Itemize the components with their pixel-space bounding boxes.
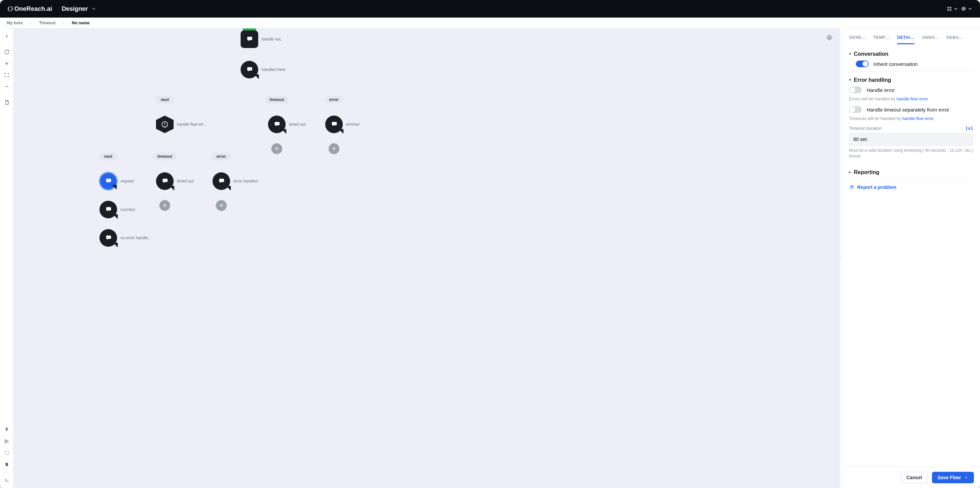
tab-general[interactable]: GENE… — [849, 35, 865, 44]
handle-error-toggle[interactable] — [849, 87, 862, 93]
flow-node[interactable]: no error handle... — [100, 229, 151, 247]
chat-icon — [246, 35, 253, 43]
tab-debug[interactable]: DEBU… — [947, 35, 963, 44]
scissors-icon — [4, 439, 10, 444]
selection-button[interactable] — [2, 448, 12, 458]
selection-icon — [4, 450, 10, 456]
caret-down-icon — [964, 475, 968, 480]
terminal-icon — [4, 477, 10, 483]
node-label: timed out — [177, 179, 194, 184]
expression-toggle[interactable]: {x} — [966, 126, 973, 131]
crumb-mid[interactable]: Timeout — [39, 21, 55, 25]
handle-timeout-toggle[interactable] — [849, 106, 862, 113]
report-problem-link[interactable]: Report a problem — [849, 185, 973, 190]
titlebar: OOneReach.ai Designer — [0, 0, 980, 17]
add-node-button[interactable]: + — [271, 143, 282, 154]
add-node-button[interactable]: + — [216, 200, 227, 211]
flow-node[interactable]: errored — [325, 116, 360, 133]
chat-icon — [161, 177, 169, 185]
svg-rect-1 — [950, 7, 951, 8]
apps-grid-button[interactable] — [947, 3, 958, 14]
node-label: no error handle... — [121, 236, 151, 240]
cancel-button[interactable]: Cancel — [901, 472, 928, 483]
alert-icon — [161, 120, 169, 128]
flow-node[interactable]: handled here — [240, 61, 285, 78]
handle-timeout-label: Handle timeout separately from error — [867, 107, 949, 112]
add-node-button[interactable] — [2, 59, 12, 69]
tab-template[interactable]: TEMP… — [873, 35, 890, 44]
app-switcher[interactable]: Designer — [62, 5, 96, 13]
section-conversation[interactable]: ▾ Conversation — [849, 51, 973, 57]
inherit-conversation-toggle[interactable] — [856, 60, 869, 67]
add-node-button[interactable]: + — [159, 200, 170, 211]
flow-node[interactable]: handle flow err... — [156, 116, 207, 133]
tab-details[interactable]: DETAI… — [897, 35, 914, 44]
svg-point-5 — [963, 8, 964, 9]
branch-chip[interactable]: error — [212, 153, 231, 160]
expand-icon — [4, 72, 10, 78]
branch-chip[interactable]: timeout — [265, 96, 289, 103]
trash-button[interactable] — [2, 459, 12, 469]
refresh-icon — [4, 49, 10, 55]
node-label: timed out — [289, 122, 305, 127]
node-label: request — [121, 179, 134, 184]
chevron-down-icon: ▾ — [849, 78, 851, 82]
expand-rail-button[interactable] — [2, 31, 12, 41]
node-label: errored — [346, 122, 360, 127]
svg-rect-3 — [950, 9, 951, 11]
minus-icon — [4, 84, 10, 89]
fit-screen-button[interactable] — [2, 70, 12, 80]
chat-icon — [105, 177, 112, 185]
pin-button[interactable] — [2, 425, 12, 435]
cut-button[interactable] — [2, 436, 12, 447]
chat-icon — [330, 120, 338, 128]
zoom-out-button[interactable] — [2, 81, 12, 92]
branch-chip[interactable]: error — [325, 96, 344, 103]
chat-icon — [246, 66, 253, 73]
document-button[interactable] — [2, 97, 12, 108]
node-shape — [240, 30, 258, 48]
left-rail — [0, 29, 14, 488]
chevron-right-icon: › — [30, 21, 32, 25]
save-flow-button[interactable]: Save Flow — [932, 472, 974, 483]
account-button[interactable] — [961, 3, 972, 14]
terminal-button[interactable] — [2, 475, 12, 485]
crumb-root[interactable]: My bots — [7, 21, 23, 25]
chat-icon — [105, 234, 112, 242]
section-error-handling[interactable]: ▾ Error handling — [849, 77, 973, 83]
flow-node[interactable]: timed out — [156, 172, 194, 190]
add-node-button[interactable]: + — [329, 143, 339, 154]
node-label: success — [121, 207, 135, 212]
apps-grid-icon — [947, 5, 952, 12]
branch-chip[interactable]: next — [100, 153, 118, 160]
refresh-button[interactable] — [2, 47, 12, 57]
entry-node[interactable]: handle rwc — [240, 30, 281, 48]
branch-chip[interactable]: timeout — [153, 153, 177, 160]
crumb-current: No name — [72, 21, 90, 25]
node-label: error handled — [234, 179, 258, 184]
tab-annotations[interactable]: ANNO… — [922, 35, 939, 44]
flow-node[interactable]: success — [100, 201, 135, 218]
timeout-duration-input[interactable] — [849, 133, 973, 146]
handle-error-help-link[interactable]: handle flow error — [896, 97, 928, 101]
handle-timeout-help: Timeouts will be handled by handle flow … — [849, 116, 973, 121]
flow-canvas[interactable]: handle rwc handled here next timeout err… — [14, 29, 840, 488]
branch-chip[interactable]: next — [156, 96, 174, 103]
node-label: handled here — [262, 67, 285, 72]
crosshair-icon — [826, 34, 833, 41]
flow-node-selected[interactable]: request — [100, 172, 134, 190]
chat-icon — [273, 120, 280, 128]
handle-timeout-help-link[interactable]: handle flow error — [902, 116, 934, 121]
node-label: handle rwc — [262, 37, 281, 41]
section-reporting[interactable]: ▾ Reporting — [849, 169, 973, 175]
locate-button[interactable] — [824, 32, 835, 43]
panel-footer: Cancel Save Flow — [842, 467, 980, 488]
panel-tabs: GENE… TEMP… DETAI… ANNO… DEBU… — [842, 29, 980, 44]
flow-node[interactable]: error handled — [213, 172, 258, 190]
breadcrumb: My bots › Timeout › No name — [0, 17, 980, 29]
svg-rect-2 — [948, 9, 949, 11]
chat-icon — [218, 177, 225, 185]
plus-icon — [4, 61, 10, 66]
flow-node[interactable]: timed out — [268, 116, 305, 133]
chat-icon — [105, 206, 112, 213]
